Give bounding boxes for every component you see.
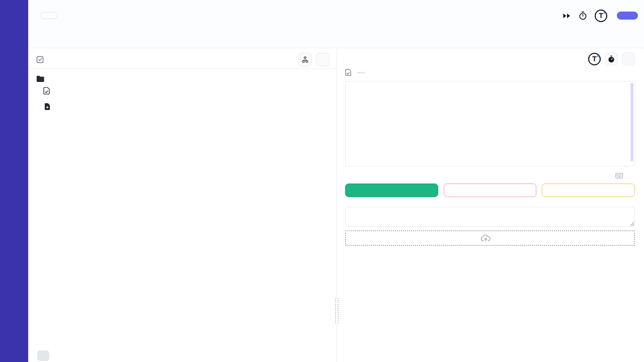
module-tree bbox=[28, 69, 337, 96]
tree-item-shopping-cart[interactable] bbox=[36, 85, 337, 96]
hierarchy-icon bbox=[302, 56, 308, 63]
content-split: T bbox=[28, 48, 644, 362]
tree-item-modules[interactable] bbox=[36, 74, 337, 84]
tag-badge[interactable] bbox=[357, 72, 365, 73]
progress-bar bbox=[53, 36, 636, 43]
list-panel-header bbox=[28, 50, 337, 68]
topbar-actions: T bbox=[562, 10, 638, 22]
new-file-icon bbox=[44, 103, 50, 110]
skipped-button[interactable] bbox=[542, 184, 635, 197]
testomat-logo-icon[interactable]: T bbox=[595, 10, 607, 22]
list-more-button[interactable] bbox=[316, 53, 330, 66]
file-dropzone[interactable] bbox=[345, 230, 635, 246]
runs-back-button[interactable] bbox=[40, 12, 58, 19]
result-message-input[interactable] bbox=[345, 207, 635, 227]
stopwatch-button[interactable] bbox=[605, 52, 618, 65]
result-header bbox=[345, 173, 635, 178]
cloud-upload-icon bbox=[480, 234, 491, 242]
status-row bbox=[28, 31, 644, 48]
topbar: T bbox=[28, 0, 644, 31]
description-card bbox=[345, 81, 635, 166]
folder-icon bbox=[36, 75, 44, 82]
detail-header-actions: T bbox=[588, 52, 635, 65]
clipboard-check-icon bbox=[36, 55, 44, 63]
passed-button[interactable] bbox=[345, 184, 438, 197]
command-key-badge[interactable] bbox=[37, 350, 49, 361]
sidebar bbox=[0, 0, 28, 362]
test-detail-panel: T bbox=[337, 48, 644, 362]
result-buttons bbox=[345, 184, 635, 197]
detail-header: T bbox=[345, 52, 635, 65]
create-test-row bbox=[28, 99, 337, 110]
timer-icon[interactable] bbox=[579, 11, 587, 20]
test-list-panel bbox=[28, 48, 337, 362]
stopwatch-icon bbox=[608, 55, 615, 63]
tree-view-button[interactable] bbox=[298, 53, 312, 66]
scrollbar-thumb[interactable] bbox=[630, 83, 633, 161]
detail-more-button[interactable] bbox=[622, 52, 635, 65]
testomat-logo-icon[interactable]: T bbox=[588, 53, 601, 65]
file-icon bbox=[345, 69, 351, 76]
fast-forward-icon[interactable] bbox=[562, 13, 571, 19]
hotkeys-hint bbox=[615, 173, 635, 178]
detail-breadcrumb bbox=[345, 69, 635, 76]
keyboard-icon bbox=[615, 173, 623, 178]
failed-button[interactable] bbox=[444, 184, 537, 197]
main-area: T bbox=[28, 0, 644, 362]
finish-run-button[interactable] bbox=[617, 12, 638, 20]
list-panel-actions bbox=[298, 53, 330, 66]
app-root: T bbox=[0, 0, 644, 362]
file-icon bbox=[43, 87, 50, 95]
